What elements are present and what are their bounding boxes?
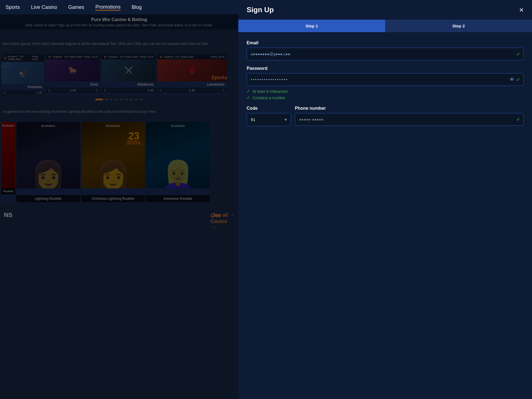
- password-input-wrapper: 👁 ✓: [247, 73, 524, 86]
- phone-check-icon: ✓: [516, 116, 520, 122]
- code-select[interactable]: 91 1 44 61 81: [247, 113, 291, 126]
- signup-panel: Sign Up × Step 1 Step 2 Email ✓ Password…: [238, 0, 532, 399]
- password-requirements: ✓ At least 8 characters ✓ Contains a num…: [247, 89, 524, 100]
- nav-promotions[interactable]: Promotions: [95, 4, 121, 11]
- req-number: ✓ Contains a number: [247, 95, 524, 100]
- signup-header: Sign Up ×: [238, 0, 532, 20]
- password-label: Password: [247, 66, 524, 71]
- close-button[interactable]: ×: [519, 6, 524, 14]
- code-label: Code: [247, 106, 291, 111]
- req-number-text: Contains a number: [252, 96, 285, 100]
- code-select-wrapper: 91 1 44 61 81 ▼: [247, 113, 291, 126]
- email-input[interactable]: [247, 48, 524, 60]
- main-content: Sports Live Casino Games Promotions Blog…: [0, 0, 238, 399]
- phone-row: Code 91 1 44 61 81 ▼ Phone number: [247, 106, 524, 126]
- email-check-icon: ✓: [516, 51, 520, 57]
- nav-live-casino[interactable]: Live Casino: [31, 4, 57, 10]
- step-tabs: Step 1 Step 2: [238, 20, 532, 32]
- tab-step2[interactable]: Step 2: [385, 20, 532, 32]
- navbar: Sports Live Casino Games Promotions Blog: [0, 0, 238, 14]
- req-check-icon: ✓: [247, 95, 250, 100]
- email-input-wrapper: ✓: [247, 48, 524, 60]
- signup-form: Email ✓ Password 👁 ✓ ✓ At least 8 charac…: [238, 32, 532, 134]
- phone-input[interactable]: [295, 113, 524, 126]
- password-icons: 👁 ✓: [510, 76, 520, 83]
- eye-icon[interactable]: 👁: [510, 77, 515, 83]
- nav-blog[interactable]: Blog: [132, 4, 142, 10]
- password-check-icon: ✓: [516, 76, 520, 83]
- password-input[interactable]: [247, 73, 524, 86]
- overlay: [0, 0, 238, 399]
- req-check-icon: ✓: [247, 89, 250, 94]
- password-group: Password 👁 ✓ ✓ At least 8 characters ✓ C…: [247, 66, 524, 100]
- req-length-text: At least 8 characters: [252, 89, 288, 94]
- nav-sports[interactable]: Sports: [6, 4, 20, 10]
- code-group: Code 91 1 44 61 81 ▼: [247, 106, 291, 126]
- req-length: ✓ At least 8 characters: [247, 89, 524, 94]
- email-group: Email ✓: [247, 40, 524, 60]
- phone-label: Phone number: [295, 106, 524, 111]
- phone-group: Phone number ✓: [295, 106, 524, 126]
- phone-input-wrapper: ✓: [295, 113, 524, 126]
- signup-title: Sign Up: [247, 6, 274, 14]
- tab-step1[interactable]: Step 1: [238, 20, 385, 32]
- nav-games[interactable]: Games: [68, 4, 84, 10]
- email-label: Email: [247, 40, 524, 45]
